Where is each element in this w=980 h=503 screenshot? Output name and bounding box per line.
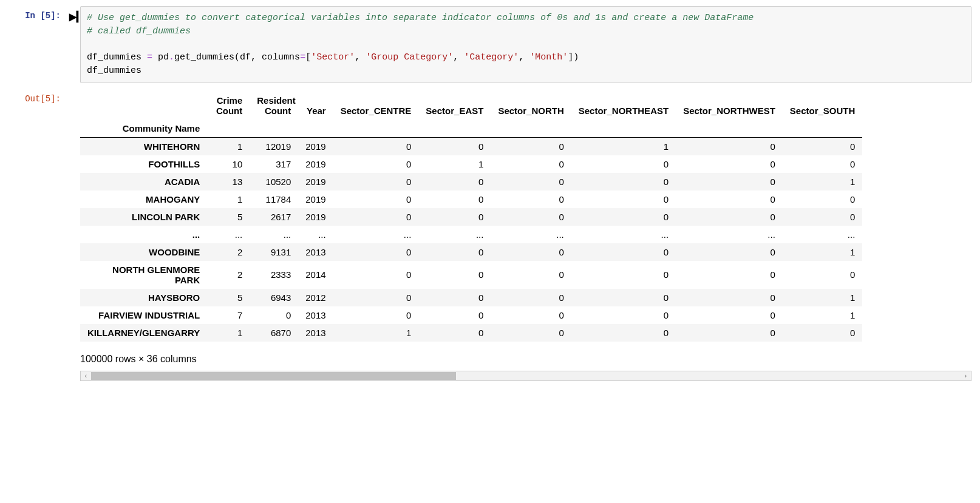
table-cell: 0 [418,208,491,226]
col-sector-centre: Sector_CENTRE [333,92,419,120]
table-cell: 0 [333,208,419,226]
table-row: LINCOLN PARK526172019000000 [80,208,862,226]
table-cell: 2019 [298,208,333,226]
table-cell: 0 [418,324,491,342]
scroll-right-arrow-icon[interactable]: › [961,371,971,381]
table-cell: 1 [207,137,250,155]
table-cell: 0 [676,289,783,306]
col-sector-south: Sector_SOUTH [783,92,863,120]
code-br: [ [305,52,311,62]
code-c2: , [453,52,464,62]
table-cell: 1 [207,191,250,208]
table-cell: 0 [491,191,571,208]
row-index: ... [80,226,207,243]
table-cell: 0 [491,173,571,191]
table-cell: 0 [571,261,676,289]
input-cell-row: In [5]: ▶▎ # Use get_dummies to convert … [0,6,980,83]
spacer [67,89,80,381]
table-cell: 0 [418,243,491,261]
table-cell: 0 [418,173,491,191]
horizontal-scrollbar[interactable]: ‹ › [80,371,971,381]
table-cell: 13 [207,173,250,191]
table-cell: 12019 [250,137,298,155]
table-row: ACADIA13105202019000001 [80,173,862,191]
col-year: Year [298,92,333,120]
table-cell: 0 [333,306,419,324]
table-cell: ... [298,226,333,243]
table-row: FOOTHILLS103172019010000 [80,155,862,173]
table-cell: 2019 [298,137,333,155]
table-cell: ... [207,226,250,243]
run-cell-icon[interactable]: ▶▎ [67,6,80,83]
table-cell: 0 [676,324,783,342]
table-cell: 2013 [298,324,333,342]
table-row: .............................. [80,226,862,243]
table-cell: 1 [333,324,419,342]
table-cell: 0 [418,289,491,306]
table-cell: 0 [491,306,571,324]
table-cell: 0 [783,208,863,226]
table-cell: 1 [783,173,863,191]
scroll-thumb[interactable] [91,372,456,380]
table-cell: 5 [207,208,250,226]
table-cell: ... [783,226,863,243]
table-cell: 0 [491,243,571,261]
row-index: MAHOGANY [80,191,207,208]
row-index: HAYSBORO [80,289,207,306]
row-index: WHITEHORN [80,137,207,155]
row-index: LINCOLN PARK [80,208,207,226]
table-cell: 0 [250,306,298,324]
table-cell: 0 [333,191,419,208]
table-row: KILLARNEY/GLENGARRY168702013100000 [80,324,862,342]
input-prompt: In [5]: [0,6,67,83]
table-cell: 0 [571,306,676,324]
table-cell: 1 [783,289,863,306]
table-cell: 0 [333,137,419,155]
table-cell: 0 [571,155,676,173]
table-cell: 2 [207,243,250,261]
table-cell: 2333 [250,261,298,289]
table-cell: 10520 [250,173,298,191]
table-cell: 2019 [298,155,333,173]
output-scroll-region[interactable]: Crime Count Resident Count Year Sector_C… [80,89,971,371]
code-input[interactable]: # Use get_dummies to convert categorical… [80,6,971,83]
table-cell: 9131 [250,243,298,261]
table-cell: ... [571,226,676,243]
table-cell: 0 [783,324,863,342]
code-c3: , [519,52,529,62]
table-cell: 2013 [298,306,333,324]
table-cell: 2019 [298,191,333,208]
code-fn: get_dummies(df, columns [174,52,300,62]
output-area: Crime Count Resident Count Year Sector_C… [80,89,971,381]
table-cell: 0 [333,173,419,191]
table-cell: 2013 [298,243,333,261]
row-index: NORTH GLENMORE PARK [80,261,207,289]
table-cell: ... [491,226,571,243]
dataframe-header: Crime Count Resident Count Year Sector_C… [80,92,862,138]
table-cell: 0 [491,324,571,342]
col-resident-count: Resident Count [250,92,298,120]
table-cell: 0 [676,173,783,191]
table-row: FAIRVIEW INDUSTRIAL702013000001 [80,306,862,324]
table-cell: 0 [491,208,571,226]
out-prompt-label: Out[5]: [25,94,61,104]
table-cell: 0 [491,137,571,155]
table-cell: 0 [571,208,676,226]
code-s1: 'Sector' [311,52,355,62]
in-prompt-label: In [5]: [25,11,61,21]
table-row: NORTH GLENMORE PARK223332014000000 [80,261,862,289]
table-cell: 0 [571,324,676,342]
code-s3: 'Category' [464,52,519,62]
table-cell: 0 [491,155,571,173]
table-cell: 0 [676,208,783,226]
table-cell: 6943 [250,289,298,306]
table-cell: 0 [676,191,783,208]
table-cell: 11784 [250,191,298,208]
code-comment-2: # called df_dummies [87,26,191,36]
scroll-track[interactable] [91,371,961,380]
col-sector-northwest: Sector_NORTHWEST [676,92,783,120]
code-c1: , [355,52,366,62]
table-cell: 0 [418,137,491,155]
scroll-left-arrow-icon[interactable]: ‹ [81,371,91,381]
table-cell: 0 [783,261,863,289]
